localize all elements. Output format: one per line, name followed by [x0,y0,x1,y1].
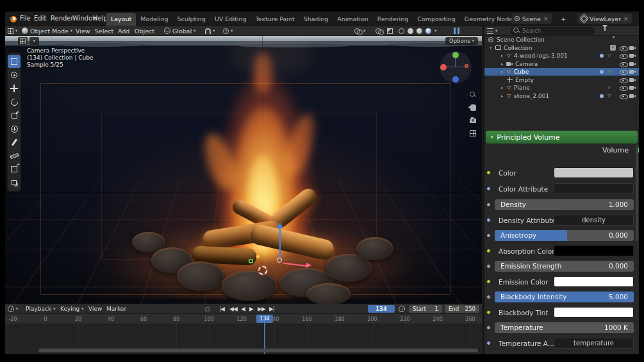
emission-color-swatch[interactable] [554,276,634,287]
outliner-row-camera[interactable]: ▸ Camera [484,60,639,68]
outliner-editor-type-button[interactable]: ▾ [487,26,497,36]
blackbody-tint-swatch[interactable] [554,307,634,318]
socket-absorption-color[interactable] [486,249,491,253]
expand-icon[interactable]: ▸ [501,52,503,60]
menu-file[interactable]: File [18,12,33,26]
hide-viewport-icon[interactable] [620,92,627,99]
disable-render-icon[interactable] [629,85,637,91]
gizmo-origin[interactable] [277,258,282,263]
timeline-ruler[interactable]: -20 0 20 40 60 80 100 120 140 160 180 20… [5,314,482,324]
outliner-row-collection[interactable]: ▾ Collection ✓ [484,44,639,52]
tab-compositing[interactable]: Compositing [413,13,460,26]
hide-viewport-icon[interactable] [620,69,627,76]
tab-uv-editing[interactable]: UV Editing [210,13,251,26]
jump-to-start-button[interactable]: |◀ [219,304,224,314]
principled-volume-panel-header[interactable]: ▾ Principled Volume [486,131,638,144]
disable-render-icon[interactable] [629,45,637,51]
use-preview-range-toggle[interactable] [399,304,405,314]
disable-render-icon[interactable] [629,93,637,99]
add-cube-tool[interactable] [8,163,21,176]
hide-viewport-icon[interactable] [620,85,627,92]
xray-toggle[interactable] [387,26,393,36]
outliner-row-stone[interactable]: ▸ ▽ stone_2.001 ▽ [484,92,639,100]
tab-modeling[interactable]: Modeling [136,13,172,26]
annotate-tool[interactable] [8,136,21,149]
add-workspace-tab[interactable]: + [556,13,570,26]
tab-layout[interactable]: Layout [106,13,136,26]
frame-start-field[interactable]: Start1 [409,305,442,313]
expand-icon[interactable]: ▸ [501,68,503,76]
socket-emission-strength[interactable] [486,264,491,268]
material-shading-icon[interactable] [417,28,422,34]
disable-render-icon[interactable] [629,77,637,83]
camera-view-button[interactable] [468,115,478,126]
rendered-shading-icon[interactable] [425,28,431,34]
snap-toggle[interactable]: ▾ [205,26,215,36]
socket-color[interactable] [486,170,491,175]
wireframe-shading-icon[interactable] [399,28,404,34]
socket-temperature[interactable] [486,325,491,330]
expand-icon[interactable]: ▸ [501,60,503,68]
socket-density[interactable] [486,202,491,207]
outliner-row-cube-selected[interactable]: ▸ ▽ Cube ▽ [484,68,639,76]
gizmo-y-handle[interactable] [249,259,253,263]
outliner-row-wood-logs[interactable]: ▸ ▽ 4-wood-logs-3.001 ▽ [484,52,639,60]
next-keyframe-button[interactable]: ▶▶ [258,304,265,314]
unlink-view-layer-icon[interactable]: × [623,15,629,22]
search-input[interactable] [522,28,586,34]
frame-end-field[interactable]: End250 [445,305,479,313]
socket-blackbody-tint[interactable] [486,310,491,315]
tool-settings-button[interactable] [18,37,28,45]
tab-animation[interactable]: Animation [333,13,372,26]
tab-shading[interactable]: Shading [299,13,333,26]
timeline-editor-type-button[interactable]: ▾ [8,304,18,314]
gizmo-z-arrowhead[interactable] [277,222,283,228]
options-dropdown[interactable]: Options▾ [445,37,478,45]
properties-scrollbar[interactable] [636,145,638,241]
play-button[interactable]: ▶ [249,304,253,314]
solid-shading-icon[interactable] [408,28,413,34]
cursor-tool[interactable] [8,69,21,81]
toggle-perspective-button[interactable] [468,128,478,138]
duplicate-tool[interactable] [8,176,21,189]
rotate-tool[interactable] [8,95,21,108]
expand-icon[interactable]: ▸ [501,92,503,100]
overlays-toggle[interactable] [376,26,383,36]
menu-select[interactable]: Select [95,26,113,36]
box-select-tool[interactable] [8,55,21,68]
menu-marker[interactable]: Marker [106,304,126,314]
color-attribute-field[interactable] [554,183,634,194]
timeline-scrollbar[interactable] [38,349,478,352]
current-frame-field[interactable]: 134 [368,305,395,313]
tool-settings-dropdown[interactable]: ▾ [29,37,39,45]
outliner-row-plane[interactable]: ▸ ▽ Plane ▽ [484,84,639,92]
collection-checkbox[interactable]: ✓ [610,45,616,51]
play-reverse-button[interactable]: ◀ [241,304,245,314]
gizmo-z-axis[interactable] [279,228,281,259]
transform-tool[interactable] [8,122,21,135]
color-swatch[interactable] [554,167,634,178]
hide-viewport-icon[interactable] [620,60,627,67]
socket-color-attribute[interactable] [486,186,491,191]
menu-add[interactable]: Add [118,26,129,36]
pan-button[interactable] [468,103,478,113]
tab-sculpting[interactable]: Sculpting [173,13,210,26]
outliner-row-scene-collection[interactable]: Scene Collection [484,36,639,44]
expand-icon[interactable]: ▸ [501,84,503,92]
density-slider[interactable]: Density 1.000 [495,199,634,210]
menu-playback[interactable]: Playback▾ [26,304,55,314]
menu-view[interactable]: View [76,26,90,36]
viewport-render-pause-button[interactable] [454,26,459,36]
temperature-slider[interactable]: Temperature 1000 K [495,322,634,333]
previous-keyframe-button[interactable]: ◀◀ [229,304,237,314]
editor-type-button[interactable]: ▾ [8,26,17,36]
blackbody-intensity-slider[interactable]: Blackbody Intensity 5.000 [495,292,634,302]
navigation-gizmo[interactable] [440,51,472,83]
expand-icon[interactable]: ▾ [490,44,491,52]
scene-selector[interactable]: Scene × [511,13,552,24]
socket-density-attribute[interactable] [486,218,491,222]
hide-viewport-icon[interactable] [620,76,627,83]
show-gizmo-toggle[interactable]: ▾ [354,26,365,36]
proportional-edit-toggle[interactable]: ▾ [223,26,233,36]
hide-viewport-icon[interactable] [620,53,627,60]
